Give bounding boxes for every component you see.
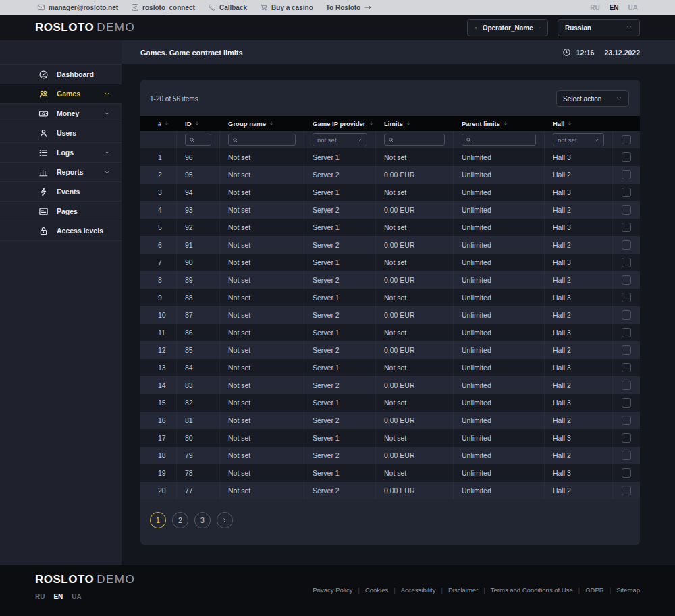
footer-link-cookies[interactable]: Cookies xyxy=(365,586,388,616)
column-header-label: Limits xyxy=(384,120,403,128)
lang-ru[interactable]: RU xyxy=(35,593,45,600)
lang-ua[interactable]: UA xyxy=(628,4,638,11)
filter-cell-3: not set xyxy=(304,131,376,148)
row-checkbox[interactable] xyxy=(622,205,631,215)
operator-select[interactable]: Operator_Name xyxy=(467,19,548,36)
cell-checkbox xyxy=(613,464,640,482)
row-checkbox[interactable] xyxy=(622,486,631,495)
filter-search-input[interactable] xyxy=(198,136,207,144)
select-action-dropdown[interactable]: Select action xyxy=(556,90,629,107)
topbar-link-to-rosloto[interactable]: To Rosloto xyxy=(326,3,372,11)
cell-id: 77 xyxy=(177,482,220,499)
filter-search-field[interactable] xyxy=(185,134,211,146)
footer-link-terms-and-conditions-of-use[interactable]: Terms and Conditions of Use xyxy=(491,586,573,616)
sidebar-item-label: Dashboard xyxy=(57,70,94,78)
sidebar-item-money[interactable]: Money xyxy=(0,104,122,123)
cell-id: 88 xyxy=(177,289,220,306)
page-button-3[interactable]: 3 xyxy=(194,512,211,528)
row-checkbox[interactable] xyxy=(622,293,631,302)
filter-search-input[interactable] xyxy=(475,136,532,144)
lang-en[interactable]: EN xyxy=(53,593,63,600)
row-checkbox[interactable] xyxy=(622,398,631,408)
filter-search-field[interactable] xyxy=(462,134,536,146)
sidebar-item-dashboard[interactable]: Dashboard xyxy=(0,65,122,84)
language-select[interactable]: Russian xyxy=(558,19,640,36)
topbar-link-rosloto-connect[interactable]: rosloto_connect xyxy=(131,3,195,11)
row-checkbox[interactable] xyxy=(622,188,631,197)
sort-icon xyxy=(567,121,572,126)
column-header-limits[interactable]: Limits xyxy=(376,116,454,131)
filter-cell-2 xyxy=(220,131,304,148)
sidebar-item-logs[interactable]: Logs xyxy=(0,143,122,163)
footer-link-sitemap[interactable]: Sitemap xyxy=(616,586,640,616)
row-checkbox[interactable] xyxy=(622,152,631,162)
column-header-[interactable]: # xyxy=(140,116,177,131)
cell-limits: 0.00 EUR xyxy=(376,412,454,429)
lang-ru[interactable]: RU xyxy=(590,4,599,11)
column-header-id[interactable]: ID xyxy=(177,116,220,131)
footer-link-accessibility[interactable]: Accessibility xyxy=(401,586,436,616)
sidebar-item-access-levels[interactable]: Access levels xyxy=(0,221,122,241)
row-checkbox[interactable] xyxy=(622,433,631,443)
footer-link-gdpr[interactable]: GDPR xyxy=(585,586,603,616)
row-checkbox[interactable] xyxy=(622,381,631,390)
page-button-2[interactable]: 2 xyxy=(172,512,188,528)
page-button-1[interactable]: 1 xyxy=(150,512,166,528)
lang-en[interactable]: EN xyxy=(610,4,619,11)
topbar-link-callback[interactable]: Callback xyxy=(208,3,247,11)
cell-checkbox xyxy=(613,306,640,324)
cell-group: Not set xyxy=(220,394,304,412)
filter-search-input[interactable] xyxy=(397,136,441,144)
row-checkbox[interactable] xyxy=(622,451,631,460)
filter-select[interactable]: not set xyxy=(553,133,604,146)
column-header-parent-limits[interactable]: Parent limits xyxy=(454,116,545,131)
lang-ua[interactable]: UA xyxy=(72,593,81,600)
column-header-hall[interactable]: Hall xyxy=(545,116,613,131)
row-checkbox[interactable] xyxy=(622,223,631,232)
sidebar-item-games[interactable]: Games xyxy=(0,84,122,104)
column-header-group-name[interactable]: Group name xyxy=(220,116,304,131)
sidebar-item-label: Games xyxy=(57,90,80,98)
sort-icon xyxy=(164,121,169,126)
sidebar-item-events[interactable]: Events xyxy=(0,182,122,202)
row-checkbox[interactable] xyxy=(622,258,631,267)
row-checkbox[interactable] xyxy=(622,170,631,179)
footer-link-disclaimer[interactable]: Disclaimer xyxy=(448,586,478,616)
table-row: 196Not setServer 1Not setUnlimitedHall 3 xyxy=(140,148,640,166)
column-header-label: Parent limits xyxy=(462,120,500,128)
row-checkbox[interactable] xyxy=(622,345,631,355)
row-checkbox[interactable] xyxy=(622,468,631,478)
filter-search-input[interactable] xyxy=(241,136,292,144)
topbar-link-manager-rosloto-net[interactable]: manager@rosloto.net xyxy=(37,3,118,11)
cell-parent: Unlimited xyxy=(454,254,545,271)
footer-link-privacy-policy[interactable]: Privacy Policy xyxy=(313,586,352,616)
cell-id: 96 xyxy=(177,148,220,166)
row-checkbox[interactable] xyxy=(622,416,631,425)
topbar-link-buy-a-casino[interactable]: Buy a casino xyxy=(260,3,313,11)
filter-search-field[interactable] xyxy=(384,134,445,146)
cell-num: 1 xyxy=(140,148,177,166)
topbar-link-label: To Rosloto xyxy=(326,4,360,11)
cell-num: 9 xyxy=(140,289,177,306)
select-all-checkbox[interactable] xyxy=(622,135,631,144)
cell-num: 7 xyxy=(140,254,177,271)
row-checkbox[interactable] xyxy=(622,240,631,250)
row-checkbox[interactable] xyxy=(622,310,631,320)
cell-hall: Hall 2 xyxy=(545,306,613,324)
filter-search-field[interactable] xyxy=(228,134,296,146)
sidebar-item-pages[interactable]: Pages xyxy=(0,202,122,221)
table-row: 592Not setServer 1Not setUnlimitedHall 3 xyxy=(140,219,640,236)
row-checkbox[interactable] xyxy=(622,328,631,337)
cell-num: 10 xyxy=(140,306,177,324)
row-checkbox[interactable] xyxy=(622,275,631,285)
sidebar-item-users[interactable]: Users xyxy=(0,123,122,143)
sidebar-item-reports[interactable]: Reports xyxy=(0,163,122,182)
column-header-game-ip-provider[interactable]: Game IP provider xyxy=(304,116,376,131)
cell-provider: Server 1 xyxy=(304,324,376,341)
next-page-button[interactable] xyxy=(217,512,233,528)
table-row: 1681Not setServer 20.00 EURUnlimitedHall… xyxy=(140,412,640,429)
cell-num: 6 xyxy=(140,236,177,254)
cell-parent: Unlimited xyxy=(454,148,545,166)
filter-select[interactable]: not set xyxy=(313,133,367,146)
row-checkbox[interactable] xyxy=(622,363,631,372)
